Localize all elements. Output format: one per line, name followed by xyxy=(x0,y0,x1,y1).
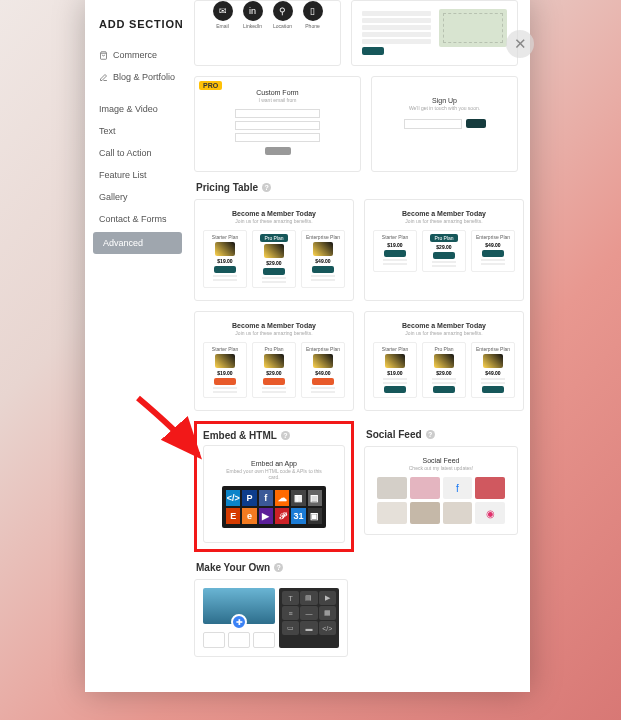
app-tile-grid: </> P f ☁ ▦ ▤ E e ▶ 𝒫 31 ▣ xyxy=(222,486,326,528)
card-title: Custom Form xyxy=(223,89,332,96)
nav-advanced[interactable]: Advanced xyxy=(93,232,182,254)
submit-button-preview xyxy=(265,147,291,155)
sidebar: ADD SECTION Commerce Blog & Portfolio Im… xyxy=(85,0,190,692)
facebook-icon: f xyxy=(259,490,273,506)
nav-label: Gallery xyxy=(99,192,128,202)
card-subtitle: I want email from xyxy=(223,97,332,103)
etsy-icon: E xyxy=(226,508,240,524)
nav-label: Image & Video xyxy=(99,104,158,114)
category-make-your-own: Make Your Own ? xyxy=(196,562,518,573)
nav-label: Contact & Forms xyxy=(99,214,167,224)
template-social-feed[interactable]: Social Feed Check out my latest updates!… xyxy=(364,446,518,535)
card-title: Become a Member Today xyxy=(203,210,345,217)
help-icon[interactable]: ? xyxy=(262,183,271,192)
card-subtitle: Join us for these amazing benefits. xyxy=(373,330,515,336)
icon-label: LinkedIn xyxy=(243,23,263,29)
location-icon: ⚲ xyxy=(273,1,293,21)
help-icon[interactable]: ? xyxy=(426,430,435,439)
add-section-modal: ✕ ADD SECTION Commerce Blog & Portfolio … xyxy=(85,0,530,692)
calendar-icon: 31 xyxy=(291,508,305,524)
template-make-your-own[interactable]: T ▤ ▶ ≡ — ▦ ▭ ▬ </> xyxy=(194,579,348,657)
email-icon: ✉ xyxy=(213,1,233,21)
nav-commerce[interactable]: Commerce xyxy=(85,44,190,66)
play-icon: ▶ xyxy=(319,591,336,605)
template-map-form[interactable] xyxy=(351,0,518,66)
phone-icon: ▯ xyxy=(303,1,323,21)
grid-icon: ▦ xyxy=(319,606,336,620)
template-embed-app[interactable]: Embed an App Embed your own HTML code & … xyxy=(203,445,345,543)
nav-contact[interactable]: Contact & Forms xyxy=(85,208,190,230)
category-social-feed: Social Feed ? xyxy=(366,429,518,440)
card-title: Social Feed xyxy=(377,457,505,464)
card-subtitle: We'll get in touch with you soon. xyxy=(390,105,499,111)
widget-palette: T ▤ ▶ ≡ — ▦ ▭ ▬ </> xyxy=(279,588,339,648)
template-pricing-1[interactable]: Become a Member Today Join us for these … xyxy=(194,199,354,301)
pro-badge: PRO xyxy=(199,81,222,90)
text-icon: T xyxy=(282,591,299,605)
icon-label: Phone xyxy=(303,23,323,29)
generic-app-icon: ▦ xyxy=(291,490,305,506)
pinterest-icon: 𝒫 xyxy=(275,508,289,524)
template-signup[interactable]: Sign Up We'll get in touch with you soon… xyxy=(371,76,518,172)
icon-label: Location xyxy=(273,23,293,29)
soundcloud-icon: ☁ xyxy=(275,490,289,506)
card-title: Become a Member Today xyxy=(373,210,515,217)
minus-icon: — xyxy=(300,606,317,620)
feed-grid-preview: f ◉ xyxy=(377,477,505,524)
button-icon: ▬ xyxy=(300,621,317,635)
nav-label: Text xyxy=(99,126,116,136)
template-pricing-3[interactable]: Become a Member Today Join us for these … xyxy=(194,311,354,411)
bag-icon xyxy=(99,51,108,60)
nav-label: Advanced xyxy=(103,238,143,248)
embed-section-highlighted: Embed & HTML ? Embed an App Embed your o… xyxy=(194,421,354,552)
nav-blog[interactable]: Blog & Portfolio xyxy=(85,66,190,88)
nav-label: Blog & Portfolio xyxy=(113,72,175,82)
submit-button-preview xyxy=(362,47,384,55)
nav-label: Call to Action xyxy=(99,148,152,158)
linkedin-icon: in xyxy=(243,1,263,21)
image-placeholder xyxy=(203,588,275,624)
mixcloud-icon: ▶ xyxy=(259,508,273,524)
send-button-preview xyxy=(466,119,486,128)
template-pricing-2[interactable]: Become a Member Today Join us for these … xyxy=(364,199,524,301)
columns-icon: ▤ xyxy=(300,591,317,605)
modal-title: ADD SECTION xyxy=(99,18,190,30)
email-input-preview xyxy=(404,119,462,129)
nav-label: Feature List xyxy=(99,170,147,180)
section-gallery[interactable]: ✉Email inLinkedIn ⚲Location ▯Phone xyxy=(190,0,530,692)
image-icon: ▭ xyxy=(282,621,299,635)
nav-text[interactable]: Text xyxy=(85,120,190,142)
template-custom-form[interactable]: PRO Custom Form I want email from xyxy=(194,76,361,172)
card-subtitle: Embed your own HTML code & APIs to this … xyxy=(222,468,326,480)
nav-gallery[interactable]: Gallery xyxy=(85,186,190,208)
code-icon: </> xyxy=(226,490,240,506)
nav-image-video[interactable]: Image & Video xyxy=(85,98,190,120)
category-pricing: Pricing Table ? xyxy=(196,182,518,193)
nav-cta[interactable]: Call to Action xyxy=(85,142,190,164)
card-subtitle: Check out my latest updates! xyxy=(377,465,505,471)
card-subtitle: Join us for these amazing benefits. xyxy=(373,218,515,224)
icon-label: Email xyxy=(213,23,233,29)
close-button[interactable]: ✕ xyxy=(506,30,534,58)
card-title: Become a Member Today xyxy=(203,322,345,329)
template-pricing-4[interactable]: Become a Member Today Join us for these … xyxy=(364,311,524,411)
generic-app-icon: ▣ xyxy=(308,508,322,524)
card-title: Embed an App xyxy=(222,460,326,467)
help-icon[interactable]: ? xyxy=(281,431,290,440)
eventbrite-icon: e xyxy=(242,508,256,524)
template-social-icons[interactable]: ✉Email inLinkedIn ⚲Location ▯Phone xyxy=(194,0,341,66)
map-preview xyxy=(439,9,508,47)
card-subtitle: Join us for these amazing benefits. xyxy=(203,330,345,336)
card-subtitle: Join us for these amazing benefits. xyxy=(203,218,345,224)
generic-app-icon: ▤ xyxy=(308,490,322,506)
map-form-preview xyxy=(362,9,431,55)
edit-icon xyxy=(99,73,108,82)
paypal-icon: P xyxy=(242,490,256,506)
category-embed: Embed & HTML ? xyxy=(203,430,351,441)
nav-features[interactable]: Feature List xyxy=(85,164,190,186)
card-title: Sign Up xyxy=(390,97,499,104)
list-icon: ≡ xyxy=(282,606,299,620)
card-title: Become a Member Today xyxy=(373,322,515,329)
help-icon[interactable]: ? xyxy=(274,563,283,572)
nav-label: Commerce xyxy=(113,50,157,60)
